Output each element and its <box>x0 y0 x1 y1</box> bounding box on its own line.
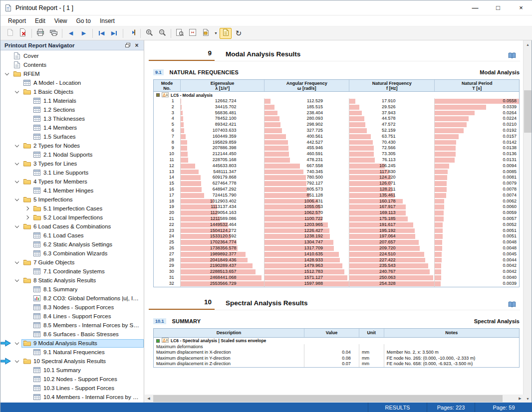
tree-item-10-spectral-analysis-results[interactable]: 10 Spectral Analysis Results <box>0 357 144 366</box>
chevron-down-icon[interactable] <box>15 259 19 263</box>
tree-item-6-load-cases-combinations[interactable]: 6 Load Cases & Combinations <box>0 222 144 231</box>
tree-item-4-types-for-members[interactable]: 4 Types for Members <box>0 177 144 186</box>
goto-page-button[interactable] <box>126 28 138 39</box>
tree-item-contents[interactable]: Contents <box>0 60 144 69</box>
next-page-button[interactable]: ▶ <box>78 28 90 39</box>
column-header: Notes <box>384 329 519 337</box>
close-button[interactable]: × <box>510 0 532 15</box>
tree-item-label: 1.2 Sections <box>43 107 75 113</box>
refresh-button[interactable]: ↻ <box>233 28 245 39</box>
chevron-down-icon[interactable] <box>15 197 19 201</box>
last-page-button[interactable]: ▶ <box>108 28 120 39</box>
tree-item-8-6-surfaces-basic-stresses[interactable]: 8.6 Surfaces - Basic Stresses <box>0 330 144 339</box>
menu-go-to[interactable]: Go to <box>72 16 95 25</box>
tree-item-a-model-location[interactable]: A Model - Location <box>0 78 144 87</box>
tree-item-8-static-analysis-results[interactable]: 8 Static Analysis Results <box>0 276 144 285</box>
menu-report[interactable]: Report <box>3 16 30 25</box>
zoom-out-button[interactable] <box>156 28 168 39</box>
tree-item-6-1-load-cases[interactable]: 6.1 Load Cases <box>0 231 144 240</box>
tree-item-4-1-member-hinges[interactable]: 4.1 Member Hinges <box>0 186 144 195</box>
tree-item-10-3-lines-support-forces[interactable]: 10.3 Lines - Support Forces <box>0 384 144 393</box>
menu-insert[interactable]: Insert <box>95 16 119 25</box>
cell-value: 13 <box>154 169 180 175</box>
chevron-down-icon[interactable] <box>15 358 19 362</box>
scroll-up-icon[interactable]: ▲ <box>524 40 532 48</box>
tree-item-7-1-coordinate-systems[interactable]: 7.1 Coordinate Systems <box>0 267 144 276</box>
tree-item-1-1-materials[interactable]: 1.1 Materials <box>0 96 144 105</box>
tree-item-1-3-thicknesses[interactable]: 1.3 Thicknesses <box>0 114 144 123</box>
horizontal-scrollbar[interactable]: ◀ ▶ <box>145 395 524 403</box>
chevron-down-icon[interactable] <box>15 340 19 344</box>
tree-item-6-3-combination-wizards[interactable]: 6.3 Combination Wizards <box>0 249 144 258</box>
chevron-down-icon[interactable] <box>15 277 19 281</box>
chevron-down-icon[interactable] <box>5 71 9 75</box>
tree-item-8-5-members-internal-forces-by-section[interactable]: 8.5 Members - Internal Forces by Section <box>0 321 144 330</box>
tree-item-9-1-natural-frequencies[interactable]: 9.1 Natural Frequencies <box>0 348 144 357</box>
tree-item-2-1-nodal-supports[interactable]: 2.1 Nodal Supports <box>0 150 144 159</box>
vertical-scrollbar-thumb[interactable] <box>524 90 532 133</box>
chevron-down-icon[interactable] <box>15 89 19 93</box>
cell-value: 0.0085 <box>435 169 519 175</box>
delete-report-button[interactable] <box>17 28 29 39</box>
export-dropdown-button[interactable]: ▼ <box>213 28 219 39</box>
tree-item-1-4-members[interactable]: 1.4 Members <box>0 123 144 132</box>
tree-item-8-4-lines-support-forces[interactable]: 8.4 Lines - Support Forces <box>0 312 144 321</box>
printout-mode-button[interactable] <box>220 28 232 39</box>
book-icon[interactable] <box>508 301 516 308</box>
tree-item-3-1-line-supports[interactable]: 3.1 Line Supports <box>0 168 144 177</box>
chevron-right-icon[interactable] <box>25 215 29 219</box>
tree-item-8-3-nodes-support-forces[interactable]: 8.3 Nodes - Support Forces <box>0 303 144 312</box>
chevron-down-icon[interactable] <box>15 161 19 165</box>
print-batch-button[interactable] <box>47 28 59 39</box>
horizontal-scrollbar-thumb[interactable] <box>153 395 503 402</box>
tree-item-7-guide-objects[interactable]: 7 Guide Objects <box>0 258 144 267</box>
tree-item-10-4-members-internal-forces-by-section[interactable]: 10.4 Members - Internal Forces by Sectio… <box>0 393 144 402</box>
scroll-down-icon[interactable]: ▼ <box>524 395 532 403</box>
prev-page-button[interactable]: ◀ <box>65 28 77 39</box>
scroll-right-icon[interactable]: ▶ <box>516 395 524 403</box>
cell-value: 1504124.272 <box>181 228 265 234</box>
tree-item-10-2-nodes-support-forces[interactable]: 10.2 Nodes - Support Forces <box>0 375 144 384</box>
tree-item-6-2-static-analysis-settings[interactable]: 6.2 Static Analysis Settings <box>0 240 144 249</box>
print-icon <box>36 28 44 38</box>
zoom-in-button[interactable] <box>143 28 155 39</box>
tree-item-10-1-summary[interactable]: 10.1 Summary <box>0 366 144 375</box>
close-panel-icon[interactable]: × <box>132 41 141 49</box>
tree-item-rfem[interactable]: RFEM <box>0 69 144 78</box>
cell-value: 1410.635 <box>265 251 349 257</box>
page-setup-button[interactable] <box>4 28 16 39</box>
export-button[interactable] <box>200 28 212 39</box>
chevron-down-icon[interactable] <box>15 223 19 227</box>
tree-item-cover[interactable]: Cover <box>0 51 144 60</box>
cell-value: 124.220 <box>349 175 435 181</box>
tree-item-5-imperfections[interactable]: 5 Imperfections <box>0 195 144 204</box>
summary-table-header: DescriptionValueUnitNotes <box>154 329 519 338</box>
tree-item-8-1-summary[interactable]: 8.1 Summary <box>0 285 144 294</box>
chevron-right-icon[interactable] <box>25 206 29 210</box>
tree-item-1-2-sections[interactable]: 1.2 Sections <box>0 105 144 114</box>
tree-item-5-1-imperfection-cases[interactable]: 5.1 Imperfection Cases <box>0 204 144 213</box>
print-button[interactable] <box>34 28 46 39</box>
maximize-button[interactable]: □ <box>487 0 510 15</box>
chevron-down-icon[interactable] <box>15 143 19 147</box>
float-panel-icon[interactable] <box>123 41 132 49</box>
tree-item-2-types-for-nodes[interactable]: 2 Types for Nodes <box>0 141 144 150</box>
minimize-button[interactable]: — <box>464 0 487 15</box>
tree-item-8-2-co3-global-deformations-u-in-a[interactable]: 8.2 CO3: Global Deformations |u|, In A..… <box>0 294 144 303</box>
menu-edit[interactable]: Edit <box>30 16 50 25</box>
vertical-scrollbar[interactable]: ▲ ▼ <box>523 40 532 403</box>
tree-item-5-2-local-imperfections[interactable]: 5.2 Local Imperfections <box>0 213 144 222</box>
tree-item-9-modal-analysis-results[interactable]: 9 Modal Analysis Results <box>0 339 144 348</box>
menu-view[interactable]: View <box>50 16 72 25</box>
summary-row: Maximum deformations <box>154 344 519 350</box>
cell-value: 0.0094 <box>435 163 519 169</box>
tree-item-3-types-for-lines[interactable]: 3 Types for Lines <box>0 159 144 168</box>
scroll-left-icon[interactable]: ◀ <box>145 395 153 403</box>
tree-item-1-5-surfaces[interactable]: 1.5 Surfaces <box>0 132 144 141</box>
fit-page-button[interactable] <box>174 28 186 39</box>
first-page-button[interactable]: ◀ <box>95 28 107 39</box>
tree-item-1-basic-objects[interactable]: 1 Basic Objects <box>0 87 144 96</box>
fit-width-button[interactable] <box>187 28 199 39</box>
book-icon[interactable] <box>508 52 516 59</box>
chevron-down-icon[interactable] <box>15 179 19 183</box>
